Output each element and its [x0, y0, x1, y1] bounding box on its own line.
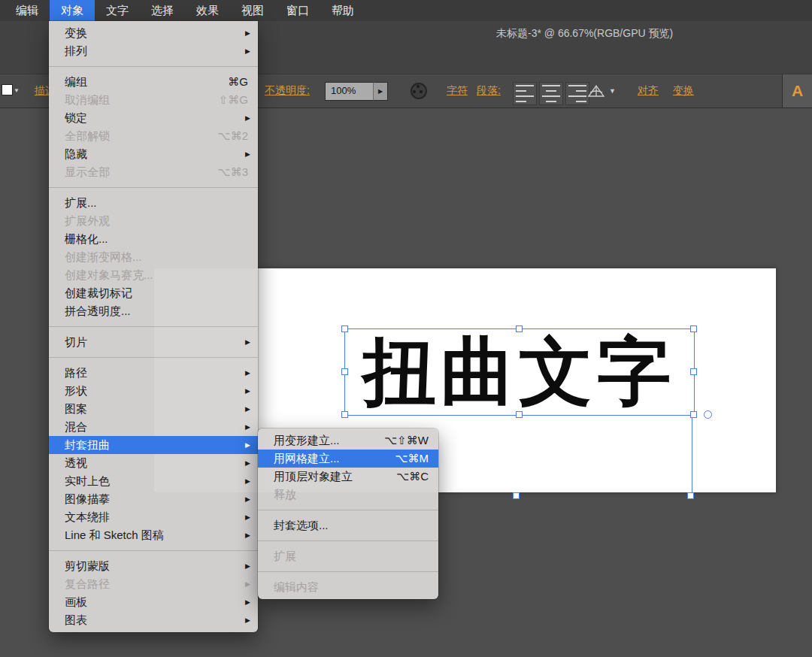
object-menu-item-5[interactable]: 锁定▶	[49, 109, 258, 127]
touch-workspace-panel[interactable]: A	[783, 74, 812, 107]
object-menu-item-label: Line 和 Sketch 图稿	[65, 528, 164, 541]
selection-handle[interactable]	[513, 492, 520, 499]
object-menu-item-15[interactable]: 创建裁切标记	[49, 284, 258, 302]
selection-handle[interactable]	[690, 368, 697, 375]
selection-handle[interactable]	[516, 411, 523, 418]
submenu-arrow-icon: ▶	[245, 526, 250, 544]
envelope-submenu-item-1[interactable]: 用网格建立...⌥⌘M	[258, 450, 438, 468]
object-menu-item-27[interactable]: 图像描摹▶	[49, 490, 258, 508]
object-menu-item-label: 复合路径	[65, 577, 110, 590]
envelope-submenu-item-label: 用变形建立...	[274, 434, 340, 447]
menubar-item-2[interactable]: 文字	[95, 0, 140, 21]
submenu-arrow-icon: ▶	[245, 472, 250, 490]
wheel-dot	[417, 85, 420, 88]
align-panel-link[interactable]: 对齐	[638, 84, 659, 98]
envelope-submenu-item-5[interactable]: 封套选项...	[258, 516, 438, 534]
object-menu-item-label: 图表	[65, 613, 87, 626]
submenu-arrow-icon: ▶	[245, 109, 250, 127]
fill-swatch[interactable]	[2, 84, 13, 95]
color-wheel-icon[interactable]	[411, 83, 427, 99]
object-menu-item-13: 创建渐变网格...	[49, 248, 258, 266]
submenu-arrow-icon: ▶	[245, 418, 250, 436]
object-menu-item-31[interactable]: 剪切蒙版▶	[49, 557, 258, 575]
object-menu-item-1[interactable]: 排列▶	[49, 42, 258, 60]
envelope-submenu-separator	[258, 540, 438, 541]
menubar-item-4[interactable]: 效果	[185, 0, 230, 21]
chevron-down-icon[interactable]: ▼	[14, 87, 20, 94]
shortcut-hint: ⌥⌘M	[395, 450, 429, 468]
object-menu-item-20[interactable]: 路径▶	[49, 364, 258, 382]
selection-handle[interactable]	[687, 492, 694, 499]
object-menu-item-10[interactable]: 扩展...	[49, 194, 258, 212]
object-menu-item-label: 拼合透明度...	[65, 304, 131, 317]
object-menu-item-22[interactable]: 图案▶	[49, 400, 258, 418]
object-menu-item-label: 栅格化...	[65, 232, 108, 245]
object-menu-item-label: 扩展外观	[65, 214, 110, 227]
document-title: 未标题-3* @ 66.67%(RGB/GPU 预览)	[496, 27, 673, 41]
envelope-submenu-separator	[258, 571, 438, 572]
selection-anchor-handle[interactable]	[704, 410, 712, 419]
submenu-arrow-icon: ▶	[245, 400, 250, 418]
object-menu-item-label: 画板	[65, 595, 87, 608]
menubar-item-1[interactable]: 对象	[50, 0, 95, 21]
object-menu-item-33[interactable]: 画板▶	[49, 593, 258, 611]
selection-handle[interactable]	[341, 325, 348, 332]
menubar-item-6[interactable]: 窗口	[275, 0, 320, 21]
character-link[interactable]: 字符	[447, 84, 468, 98]
object-menu-item-21[interactable]: 形状▶	[49, 382, 258, 400]
align-left-button[interactable]	[513, 82, 537, 105]
envelope-warp-button[interactable]: ▼	[586, 82, 616, 99]
envelope-submenu-item-label: 封套选项...	[274, 519, 329, 531]
envelope-submenu-item-label: 用顶层对象建立	[274, 470, 353, 483]
opacity-dropdown-button[interactable]: ▶	[373, 82, 388, 101]
object-menu-item-label: 创建对象马赛克...	[65, 268, 153, 281]
object-menu-item-34[interactable]: 图表▶	[49, 611, 258, 629]
object-menu-item-29[interactable]: Line 和 Sketch 图稿▶	[49, 526, 258, 544]
envelope-submenu-item-label: 释放	[274, 488, 296, 501]
object-menu-item-label: 路径	[65, 366, 87, 379]
selection-handle[interactable]	[341, 411, 348, 418]
envelope-submenu-item-3: 释放	[258, 486, 438, 504]
object-menu-item-8: 显示全部⌥⌘3	[49, 163, 258, 181]
object-menu-item-18[interactable]: 切片▶	[49, 333, 258, 351]
menubar-item-3[interactable]: 选择	[140, 0, 185, 21]
object-menu-item-23[interactable]: 混合▶	[49, 418, 258, 436]
object-menu-item-28[interactable]: 文本绕排▶	[49, 508, 258, 526]
object-menu-item-11: 扩展外观	[49, 212, 258, 230]
object-menu-item-7[interactable]: 隐藏▶	[49, 145, 258, 163]
align-center-button[interactable]	[539, 82, 563, 105]
selection-handle[interactable]	[516, 325, 523, 332]
object-menu-item-label: 变换	[65, 26, 87, 39]
object-menu-item-12[interactable]: 栅格化...	[49, 230, 258, 248]
selection-handle[interactable]	[341, 368, 348, 375]
selection-handle[interactable]	[690, 325, 697, 332]
object-menu: 变换▶排列▶编组⌘G取消编组⇧⌘G锁定▶全部解锁⌥⌘2隐藏▶显示全部⌥⌘3扩展.…	[49, 21, 258, 632]
envelope-distort-submenu: 用变形建立...⌥⇧⌘W用网格建立...⌥⌘M用顶层对象建立⌥⌘C释放封套选项.…	[258, 428, 438, 599]
object-menu-item-0[interactable]: 变换▶	[49, 24, 258, 42]
object-menu-item-3[interactable]: 编组⌘G	[49, 73, 258, 91]
paragraph-link[interactable]: 段落:	[477, 84, 501, 98]
menubar: 编辑对象文字选择效果视图窗口帮助	[0, 0, 812, 21]
transform-panel-link[interactable]: 变换	[673, 84, 694, 98]
object-menu-item-label: 编组	[65, 75, 87, 88]
object-menu-item-26[interactable]: 实时上色▶	[49, 472, 258, 490]
object-menu-item-24[interactable]: 封套扭曲▶	[49, 436, 258, 454]
envelope-submenu-item-0[interactable]: 用变形建立...⌥⇧⌘W	[258, 431, 438, 450]
object-menu-item-32: 复合路径▶	[49, 575, 258, 593]
object-menu-item-4: 取消编组⇧⌘G	[49, 91, 258, 109]
opacity-input[interactable]: 100%	[325, 82, 380, 101]
selection-bounding-box[interactable]	[344, 328, 695, 416]
object-menu-item-label: 图像描摹	[65, 492, 110, 505]
object-menu-item-label: 封套扭曲	[65, 438, 110, 451]
shortcut-hint: ⌘G	[228, 73, 248, 91]
object-menu-separator	[49, 357, 258, 358]
envelope-submenu-item-2[interactable]: 用顶层对象建立⌥⌘C	[258, 468, 438, 486]
object-menu-item-25[interactable]: 透视▶	[49, 454, 258, 472]
object-menu-separator	[49, 66, 258, 67]
menubar-item-7[interactable]: 帮助	[320, 0, 365, 21]
opacity-link[interactable]: 不透明度:	[265, 84, 310, 98]
object-menu-item-16[interactable]: 拼合透明度...	[49, 302, 258, 320]
selection-handle[interactable]	[690, 411, 697, 418]
menubar-item-5[interactable]: 视图	[230, 0, 275, 21]
menubar-item-0[interactable]: 编辑	[5, 0, 50, 21]
